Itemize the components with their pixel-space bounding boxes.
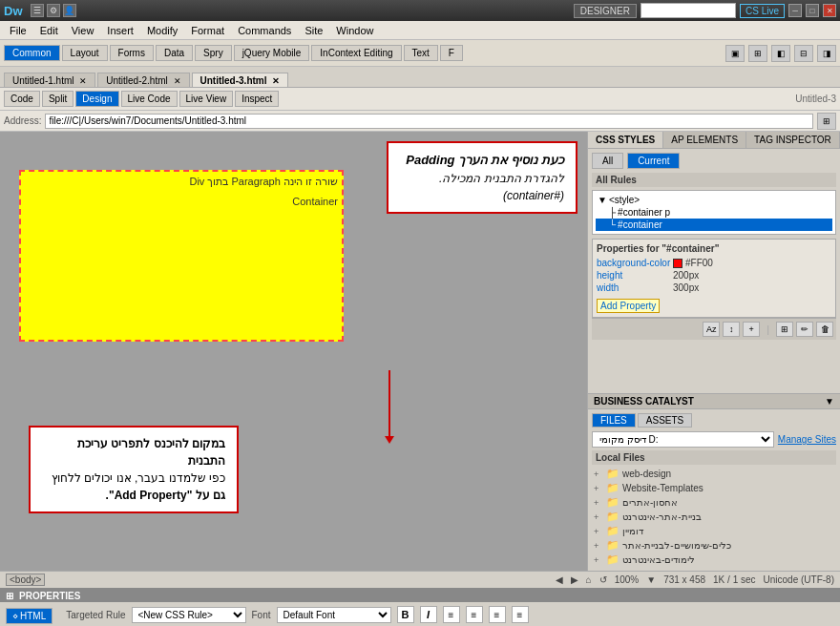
menu-edit[interactable]: Edit: [34, 23, 64, 38]
tab-files[interactable]: FILES: [592, 413, 636, 428]
close-tab-2[interactable]: ✕: [174, 76, 181, 86]
nav-back[interactable]: ◀: [556, 574, 563, 585]
view-live-view[interactable]: Live View: [179, 91, 234, 107]
italic-button[interactable]: I: [420, 606, 437, 623]
file-name-4: בניית-אתר-אינטרנט: [622, 511, 702, 522]
status-bar: <body> ◀ ▶ ⌂ ↺ 100% ▼ 731 x 458 1K / 1 s…: [0, 571, 840, 588]
menu-commands[interactable]: Commands: [232, 23, 297, 38]
close-tab-1[interactable]: ✕: [79, 76, 87, 86]
menu-icon[interactable]: ☰: [31, 4, 44, 17]
drive-select[interactable]: דיסק מקומי D:: [592, 431, 774, 448]
menu-view[interactable]: View: [66, 23, 100, 38]
refresh[interactable]: ↺: [599, 574, 607, 585]
expand-6: +: [594, 541, 603, 551]
tab-common[interactable]: Common: [4, 45, 60, 61]
cs-live-button[interactable]: CS Live: [740, 4, 785, 18]
callout-bottom-line1: במקום להיכנס לתפריט עריכת התבנית: [42, 435, 225, 470]
bold-button[interactable]: B: [397, 606, 414, 623]
properties-icon: ⊞: [6, 591, 13, 601]
menu-format[interactable]: Format: [185, 23, 230, 38]
view-inspect[interactable]: Inspect: [235, 91, 279, 107]
toolbar-icon-1[interactable]: ▣: [725, 45, 745, 62]
settings-icon[interactable]: ⚙: [47, 4, 60, 17]
doc-tab-3[interactable]: Untitled-3.html ✕: [192, 73, 289, 87]
doc-tab-1[interactable]: Untitled-1.html ✕: [4, 73, 95, 87]
title-bar-icons[interactable]: ☰ ⚙ 👤: [31, 4, 76, 17]
file-web-design[interactable]: + 📁 web-design: [592, 467, 836, 481]
menu-modify[interactable]: Modify: [141, 23, 183, 38]
menu-file[interactable]: File: [4, 23, 32, 38]
btn-current[interactable]: Current: [627, 153, 680, 169]
tab-text[interactable]: Text: [404, 45, 438, 61]
zoom-select[interactable]: ▼: [646, 574, 656, 585]
tab-ap-elements[interactable]: AP ELEMENTS: [663, 132, 746, 148]
file-studies[interactable]: + 📁 לימודים-באינטרנט: [592, 553, 836, 567]
tab-tag-inspector[interactable]: TAG INSPECTOR: [746, 132, 840, 148]
view-split[interactable]: Split: [42, 91, 74, 107]
prop-height-name[interactable]: height: [597, 270, 673, 281]
file-build[interactable]: + 📁 בניית-אתר-אינטרנט: [592, 510, 836, 524]
file-tools[interactable]: + 📁 כלים-שימושיים-לבניית-אתר: [592, 538, 836, 553]
view-design[interactable]: Design: [75, 91, 118, 107]
menu-insert[interactable]: Insert: [101, 23, 139, 38]
align-center-btn[interactable]: ≡: [466, 606, 483, 623]
maximize-button[interactable]: □: [806, 4, 819, 17]
align-justify-btn[interactable]: ≡: [512, 606, 529, 623]
view-live-code[interactable]: Live Code: [121, 91, 178, 107]
plus-icon[interactable]: +: [743, 322, 760, 337]
user-icon[interactable]: 👤: [63, 4, 76, 17]
tab-favorites[interactable]: F: [440, 45, 463, 61]
tab-forms[interactable]: Forms: [110, 45, 154, 61]
body-tag[interactable]: <body>: [6, 574, 45, 586]
sort-icon[interactable]: ↕: [723, 322, 740, 337]
az-icon[interactable]: Az: [703, 322, 720, 337]
tab-incontext[interactable]: InContext Editing: [311, 45, 401, 61]
search-input[interactable]: [640, 3, 736, 18]
file-hosting[interactable]: + 📁 אחסון-אתרים: [592, 495, 836, 510]
bc-panel: BUSINESS CATALYST ▼ FILES ASSETS דיסק מק…: [588, 393, 840, 571]
bc-collapse[interactable]: ▼: [825, 396, 834, 407]
tab-assets[interactable]: ASSETS: [638, 413, 692, 428]
menu-site[interactable]: Site: [299, 23, 328, 38]
add-property-btn[interactable]: Add Property: [597, 295, 831, 313]
file-website-templates[interactable]: + 📁 Website-Templates: [592, 481, 836, 495]
rule-style[interactable]: ▼ <style>: [596, 194, 832, 206]
prop-bg-name[interactable]: background-color: [597, 258, 673, 268]
add-property-label[interactable]: Add Property: [597, 299, 660, 313]
manage-sites-link[interactable]: Manage Sites: [778, 434, 836, 445]
toolbar-icon-2[interactable]: ⊞: [748, 45, 767, 62]
close-tab-3[interactable]: ✕: [272, 76, 280, 86]
toolbar-icon-4[interactable]: ⊟: [794, 45, 813, 62]
delete-icon[interactable]: 🗑: [816, 322, 833, 337]
mode-html[interactable]: ⋄ HTML: [6, 608, 52, 624]
tab-css-styles[interactable]: CSS STYLES: [588, 132, 663, 148]
edit-icon[interactable]: ✏: [796, 322, 813, 337]
close-button[interactable]: ✕: [823, 4, 836, 17]
menu-window[interactable]: Window: [330, 23, 379, 38]
nav-forward[interactable]: ▶: [571, 574, 578, 585]
address-input[interactable]: [45, 114, 813, 129]
prop-width-name[interactable]: width: [597, 282, 673, 293]
rule-container-p[interactable]: ├ #container p: [596, 206, 832, 219]
tab-layout[interactable]: Layout: [62, 45, 108, 61]
targeted-rule-select[interactable]: <New CSS Rule>: [132, 607, 246, 623]
align-left-btn[interactable]: ≡: [443, 606, 460, 623]
link-icon[interactable]: ⊞: [776, 322, 793, 337]
tab-jquery[interactable]: jQuery Mobile: [234, 45, 310, 61]
minimize-button[interactable]: ─: [788, 4, 802, 17]
designer-button[interactable]: DESIGNER: [574, 4, 637, 18]
tab-data[interactable]: Data: [156, 45, 193, 61]
view-code[interactable]: Code: [4, 91, 40, 107]
rule-container[interactable]: └ #container: [596, 219, 832, 231]
doc-tab-2[interactable]: Untitled-2.html ✕: [97, 73, 189, 87]
font-select[interactable]: Default Font: [277, 607, 391, 623]
callout-top-line2: להגדרת התבנית המכילה. (#container): [400, 170, 564, 204]
address-icon[interactable]: ⊞: [817, 113, 836, 130]
toolbar-icon-3[interactable]: ◧: [771, 45, 790, 62]
nav-home[interactable]: ⌂: [586, 574, 592, 585]
tab-spry[interactable]: Spry: [195, 45, 232, 61]
align-right-btn[interactable]: ≡: [489, 606, 506, 623]
toolbar-icon-5[interactable]: ◨: [817, 45, 836, 62]
file-domain[interactable]: + 📁 דומיין: [592, 524, 836, 538]
btn-all[interactable]: All: [592, 153, 623, 169]
